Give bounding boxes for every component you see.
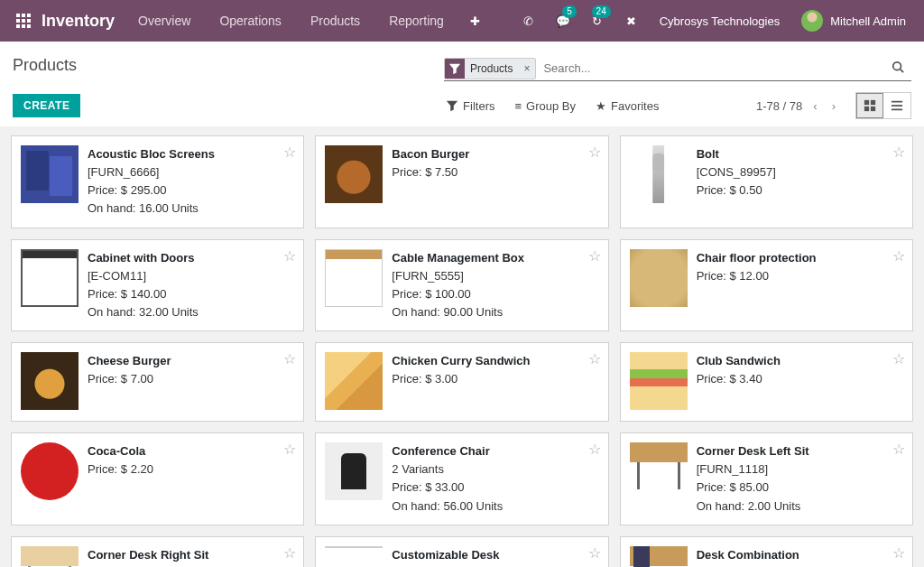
favorite-star-icon[interactable]: ☆ [892, 144, 905, 161]
product-name: Corner Desk Left Sit [697, 442, 903, 460]
favorite-star-icon[interactable]: ☆ [283, 350, 296, 367]
product-price: Price: $ 7.00 [88, 370, 294, 388]
nav-overview[interactable]: Overview [125, 0, 203, 42]
favorite-star-icon[interactable]: ☆ [283, 544, 296, 562]
apps-icon[interactable] [16, 14, 31, 28]
product-card[interactable]: Cable Management Box[FURN_5555]Price: $ … [315, 239, 608, 332]
tools-icon[interactable]: ✖ [616, 0, 647, 42]
product-name: Conference Chair [392, 442, 598, 460]
nav-products[interactable]: Products [298, 0, 373, 42]
topbar: Inventory Overview Operations Products R… [0, 0, 924, 42]
product-ref: [FURN_5555] [392, 267, 598, 285]
product-name: Desk Combination [697, 546, 903, 564]
product-card[interactable]: Cabinet with Doors[E-COM11]Price: $ 140.… [11, 239, 304, 332]
product-name: Coca-Cola [88, 442, 294, 460]
product-thumb [21, 546, 79, 567]
groupby-button[interactable]: ≡ Group By [514, 99, 576, 113]
product-body: Cheese BurgerPrice: $ 7.00 [88, 352, 294, 412]
pager-prev[interactable]: ‹ [809, 98, 820, 115]
favorite-star-icon[interactable]: ☆ [588, 144, 601, 161]
product-ref: [CONS_89957] [697, 163, 903, 181]
product-card[interactable]: Acoustic Bloc Screens[FURN_6666]Price: $… [11, 135, 304, 228]
product-card[interactable]: Desk Combination[FURN_7800]Price: $ 450.… [620, 536, 913, 567]
favorite-star-icon[interactable]: ☆ [588, 544, 601, 562]
product-card[interactable]: Bolt[CONS_89957]Price: $ 0.50☆ [620, 135, 913, 228]
svg-rect-6 [892, 101, 902, 103]
search-button[interactable] [884, 57, 911, 79]
product-thumb [325, 546, 383, 567]
product-card[interactable]: Corner Desk Right Sit[E-COM06]Price: $ 1… [11, 536, 304, 567]
product-thumb [630, 145, 688, 203]
favorite-star-icon[interactable]: ☆ [283, 144, 296, 161]
svg-rect-4 [864, 107, 869, 111]
product-body: Cabinet with Doors[E-COM11]Price: $ 140.… [88, 249, 294, 322]
product-body: Club SandwichPrice: $ 3.40 [697, 352, 903, 412]
product-onhand: On hand: 16.00 Units [88, 200, 294, 218]
kanban-view-button[interactable] [856, 93, 883, 118]
product-thumb [630, 249, 688, 307]
messages-icon[interactable]: 💬5 [548, 0, 578, 42]
product-name: Cheese Burger [88, 352, 294, 370]
search-bar: Products × [444, 56, 911, 81]
product-card[interactable]: Cheese BurgerPrice: $ 7.00☆ [11, 342, 304, 422]
kanban-grid: Acoustic Bloc Screens[FURN_6666]Price: $… [11, 135, 913, 567]
favorites-button[interactable]: ★ Favorites [596, 99, 659, 113]
favorite-star-icon[interactable]: ☆ [892, 544, 905, 562]
plus-icon[interactable]: ✚ [460, 0, 491, 42]
svg-rect-3 [871, 100, 875, 105]
product-card[interactable]: Conference Chair2 VariantsPrice: $ 33.00… [315, 432, 608, 525]
product-thumb [630, 442, 688, 500]
product-price: Price: $ 33.00 [392, 479, 598, 497]
product-thumb [325, 249, 383, 307]
favorite-star-icon[interactable]: ☆ [892, 247, 905, 265]
product-thumb [325, 145, 383, 203]
product-body: Chicken Curry SandwichPrice: $ 3.00 [392, 352, 598, 412]
product-price: Price: $ 140.00 [88, 285, 294, 303]
company-switch[interactable]: Cybrosys Technologies [651, 14, 789, 28]
star-icon: ★ [596, 99, 606, 113]
list-view-button[interactable] [883, 93, 910, 118]
product-card[interactable]: Coca-ColaPrice: $ 2.20☆ [11, 432, 304, 525]
product-body: Chair floor protectionPrice: $ 12.00 [697, 249, 903, 322]
product-card[interactable]: Customizable Desk6 VariantsPrice: $ 750.… [315, 536, 608, 567]
search-input[interactable] [536, 56, 884, 80]
chip-remove[interactable]: × [518, 62, 535, 75]
nav-operations[interactable]: Operations [207, 0, 293, 42]
user-menu[interactable]: Mitchell Admin [792, 10, 915, 32]
favorite-star-icon[interactable]: ☆ [892, 441, 905, 458]
product-price: Price: $ 7.50 [392, 163, 598, 181]
product-price: Price: $ 85.00 [697, 479, 903, 497]
product-card[interactable]: Bacon BurgerPrice: $ 7.50☆ [315, 135, 608, 228]
product-thumb [21, 249, 79, 307]
nav-reporting[interactable]: Reporting [376, 0, 457, 42]
product-thumb [630, 546, 688, 567]
phone-icon[interactable]: ✆ [513, 0, 544, 42]
view-title: Products [13, 56, 444, 75]
badge-messages: 5 [562, 5, 577, 18]
product-onhand: On hand: 56.00 Units [392, 497, 598, 516]
product-name: Bacon Burger [392, 145, 598, 163]
favorite-star-icon[interactable]: ☆ [588, 247, 601, 265]
list-icon: ≡ [514, 99, 522, 113]
create-button[interactable]: CREATE [13, 94, 80, 117]
product-price: Price: $ 12.00 [697, 267, 903, 285]
product-body: Conference Chair2 VariantsPrice: $ 33.00… [392, 442, 598, 516]
product-price: Price: $ 3.00 [392, 370, 598, 388]
product-card[interactable]: Corner Desk Left Sit[FURN_1118]Price: $ … [620, 432, 913, 525]
favorite-star-icon[interactable]: ☆ [283, 441, 296, 458]
view-switcher [855, 92, 911, 119]
funnel-icon [446, 99, 458, 112]
favorite-star-icon[interactable]: ☆ [892, 350, 905, 367]
product-card[interactable]: Chair floor protectionPrice: $ 12.00☆ [620, 239, 913, 332]
favorite-star-icon[interactable]: ☆ [283, 247, 296, 265]
pager-next[interactable]: › [828, 98, 839, 115]
filters-button[interactable]: Filters [446, 99, 494, 113]
favorite-star-icon[interactable]: ☆ [588, 441, 601, 458]
product-ref: [FURN_6666] [88, 163, 294, 181]
product-card[interactable]: Club SandwichPrice: $ 3.40☆ [620, 342, 913, 422]
grid-icon [864, 99, 876, 112]
favorite-star-icon[interactable]: ☆ [588, 350, 601, 367]
product-card[interactable]: Chicken Curry SandwichPrice: $ 3.00☆ [315, 342, 608, 422]
activities-icon[interactable]: ↻24 [582, 0, 613, 42]
avatar [801, 10, 823, 32]
